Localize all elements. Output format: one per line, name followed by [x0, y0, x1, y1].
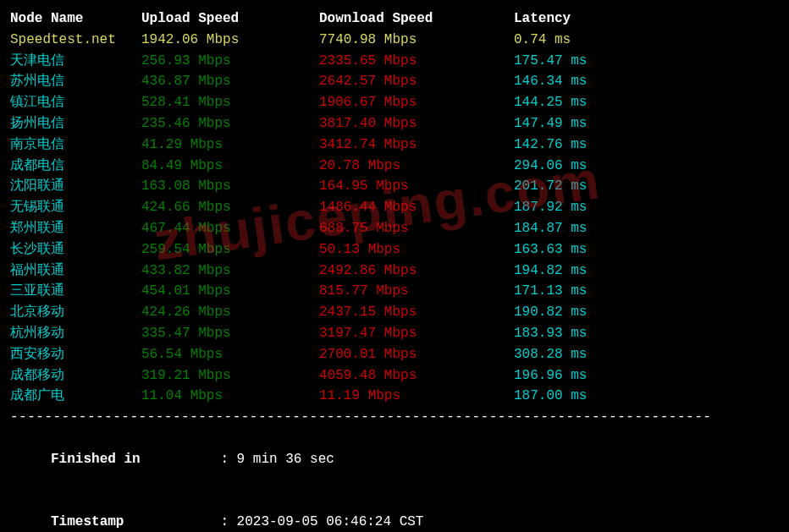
download-speed: 164.95 Mbps	[319, 176, 514, 197]
table-row: 无锡联通424.66 Mbps1486.44 Mbps187.92 ms	[10, 197, 779, 218]
table-row: 杭州移动335.47 Mbps3197.47 Mbps183.93 ms	[10, 323, 779, 344]
upload-speed: 335.47 Mbps	[141, 323, 319, 344]
node-name: Speedtest.net	[10, 30, 141, 51]
download-speed: 11.19 Mbps	[319, 386, 514, 407]
latency: 194.82 ms	[514, 261, 632, 282]
node-name: 苏州电信	[10, 71, 141, 92]
latency: 190.82 ms	[514, 302, 632, 323]
download-speed: 2642.57 Mbps	[319, 71, 514, 92]
terminal-output-table: Node Name Upload Speed Download Speed La…	[10, 8, 779, 532]
latency: 0.74 ms	[514, 30, 632, 51]
latency: 184.87 ms	[514, 218, 632, 239]
timestamp-value: : 2023-09-05 06:46:24 CST	[220, 514, 423, 529]
table-header-row: Node Name Upload Speed Download Speed La…	[10, 8, 779, 30]
upload-speed: 41.29 Mbps	[141, 134, 319, 156]
upload-speed: 84.49 Mbps	[141, 156, 319, 177]
node-name: 南京电信	[10, 134, 141, 156]
node-name: 镇江电信	[10, 92, 141, 113]
node-name: 成都移动	[10, 365, 141, 387]
node-name: 长沙联通	[10, 239, 141, 261]
latency: 163.63 ms	[514, 239, 632, 261]
download-speed: 815.77 Mbps	[319, 281, 514, 302]
node-name: 成都电信	[10, 156, 141, 177]
node-name: 福州联通	[10, 261, 141, 282]
latency: 187.00 ms	[514, 386, 632, 407]
node-name: 成都广电	[10, 386, 141, 407]
node-name: 沈阳联通	[10, 176, 141, 197]
download-speed: 1486.44 Mbps	[319, 197, 514, 218]
latency: 294.06 ms	[514, 156, 632, 177]
table-row: 郑州联通467.44 Mbps688.75 Mbps184.87 ms	[10, 218, 779, 239]
latency: 196.96 ms	[514, 365, 632, 387]
table-row: 西安移动56.54 Mbps2700.01 Mbps308.28 ms	[10, 344, 779, 365]
latency: 146.34 ms	[514, 71, 632, 92]
table-row: 苏州电信436.87 Mbps2642.57 Mbps146.34 ms	[10, 71, 779, 92]
col-header-download: Download Speed	[319, 8, 514, 30]
latency: 183.93 ms	[514, 323, 632, 344]
table-row: 长沙联通259.54 Mbps50.13 Mbps163.63 ms	[10, 239, 779, 261]
latency: 144.25 ms	[514, 92, 632, 113]
table-row: 北京移动424.26 Mbps2437.15 Mbps190.82 ms	[10, 302, 779, 323]
upload-speed: 319.21 Mbps	[141, 365, 319, 387]
download-speed: 688.75 Mbps	[319, 218, 514, 239]
latency: 187.92 ms	[514, 197, 632, 218]
node-name: 无锡联通	[10, 197, 141, 218]
node-name: 扬州电信	[10, 113, 141, 134]
node-name: 三亚联通	[10, 281, 141, 302]
node-name: 天津电信	[10, 51, 141, 72]
latency: 201.72 ms	[514, 176, 632, 197]
speedtest-row: Speedtest.net 1942.06 Mbps 7740.98 Mbps …	[10, 30, 779, 51]
footer-finished: Finished in: 9 min 36 sec	[10, 428, 779, 491]
data-rows: 天津电信256.93 Mbps2335.65 Mbps175.47 ms苏州电信…	[10, 51, 779, 408]
table-row: 天津电信256.93 Mbps2335.65 Mbps175.47 ms	[10, 51, 779, 72]
latency: 142.76 ms	[514, 134, 632, 156]
upload-speed: 259.54 Mbps	[141, 239, 319, 261]
download-speed: 20.78 Mbps	[319, 156, 514, 177]
upload-speed: 436.87 Mbps	[141, 71, 319, 92]
table-row: 南京电信41.29 Mbps3412.74 Mbps142.76 ms	[10, 134, 779, 156]
download-speed: 2700.01 Mbps	[319, 344, 514, 365]
latency: 175.47 ms	[514, 51, 632, 72]
col-header-upload: Upload Speed	[141, 8, 319, 30]
timestamp-label: Timestamp	[42, 512, 220, 532]
col-header-node: Node Name	[10, 8, 141, 30]
table-row: 福州联通433.82 Mbps2492.86 Mbps194.82 ms	[10, 261, 779, 282]
upload-speed: 454.01 Mbps	[141, 281, 319, 302]
upload-speed: 467.44 Mbps	[141, 218, 319, 239]
footer-timestamp: Timestamp: 2023-09-05 06:46:24 CST	[10, 491, 779, 532]
divider-line: ----------------------------------------…	[10, 407, 779, 428]
finished-label: Finished in	[42, 449, 220, 470]
download-speed: 3412.74 Mbps	[319, 134, 514, 156]
upload-speed: 1942.06 Mbps	[141, 30, 319, 51]
node-name: 杭州移动	[10, 323, 141, 344]
table-row: 沈阳联通163.08 Mbps164.95 Mbps201.72 ms	[10, 176, 779, 197]
finished-value: : 9 min 36 sec	[220, 452, 334, 467]
upload-speed: 56.54 Mbps	[141, 344, 319, 365]
upload-speed: 256.93 Mbps	[141, 51, 319, 72]
upload-speed: 424.66 Mbps	[141, 197, 319, 218]
download-speed: 4059.48 Mbps	[319, 365, 514, 387]
upload-speed: 163.08 Mbps	[141, 176, 319, 197]
node-name: 郑州联通	[10, 218, 141, 239]
table-row: 成都移动319.21 Mbps4059.48 Mbps196.96 ms	[10, 365, 779, 387]
latency: 171.13 ms	[514, 281, 632, 302]
upload-speed: 235.46 Mbps	[141, 113, 319, 134]
table-row: 三亚联通454.01 Mbps815.77 Mbps171.13 ms	[10, 281, 779, 302]
table-row: 成都广电11.04 Mbps11.19 Mbps187.00 ms	[10, 386, 779, 407]
download-speed: 3197.47 Mbps	[319, 323, 514, 344]
upload-speed: 424.26 Mbps	[141, 302, 319, 323]
col-header-latency: Latency	[514, 8, 632, 30]
table-row: 扬州电信235.46 Mbps3817.40 Mbps147.49 ms	[10, 113, 779, 134]
latency: 308.28 ms	[514, 344, 632, 365]
download-speed: 2492.86 Mbps	[319, 261, 514, 282]
download-speed: 1906.67 Mbps	[319, 92, 514, 113]
download-speed: 2437.15 Mbps	[319, 302, 514, 323]
upload-speed: 528.41 Mbps	[141, 92, 319, 113]
table-row: 成都电信84.49 Mbps20.78 Mbps294.06 ms	[10, 156, 779, 177]
table-row: 镇江电信528.41 Mbps1906.67 Mbps144.25 ms	[10, 92, 779, 113]
download-speed: 2335.65 Mbps	[319, 51, 514, 72]
node-name: 北京移动	[10, 302, 141, 323]
download-speed: 50.13 Mbps	[319, 239, 514, 261]
latency: 147.49 ms	[514, 113, 632, 134]
upload-speed: 433.82 Mbps	[141, 261, 319, 282]
